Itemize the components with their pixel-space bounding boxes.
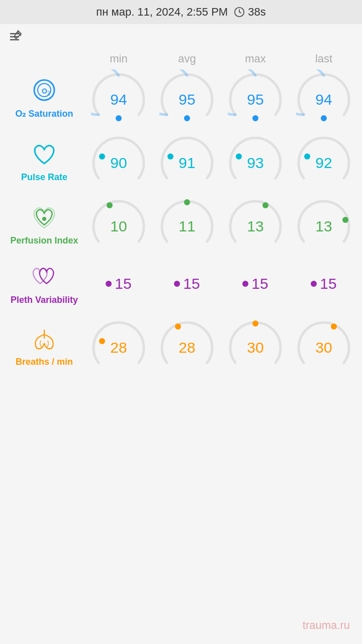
col-min: min: [84, 52, 153, 65]
perfusion-min-cell: 10: [84, 196, 153, 252]
svg-text:2: 2: [47, 91, 50, 96]
o2sat-row: O 2 O₂ Saturation 94 95: [0, 67, 362, 127]
o2sat-avg-cell: 95: [153, 69, 221, 125]
pulse-row: Pulse Rate 90 91 93: [0, 131, 362, 190]
o2sat-last-cell: 94: [290, 69, 358, 125]
o2sat-max-value: 95: [247, 91, 263, 108]
perfusion-avg-cell: 11: [153, 196, 221, 252]
pleth-name: Pleth Variability: [11, 295, 78, 305]
status-bar: пн мар. 11, 2024, 2:55 PM 38s: [0, 0, 362, 24]
svg-point-14: [99, 153, 105, 159]
o2sat-icon: O 2: [29, 75, 59, 105]
timer-display: 38s: [234, 6, 265, 19]
column-headers: min avg max last: [0, 52, 362, 65]
breaths-row: Breaths / min 28 28 30: [0, 315, 362, 375]
pleth-min-value: 15: [115, 275, 131, 292]
svg-text:O: O: [42, 87, 47, 95]
svg-point-25: [252, 320, 258, 327]
perfusion-last-value: 13: [315, 218, 332, 235]
breaths-last-cell: 30: [290, 317, 358, 373]
svg-point-11: [184, 115, 190, 121]
o2sat-max-cell: 95: [221, 69, 290, 125]
perfusion-avg-value: 11: [178, 218, 195, 235]
svg-point-16: [236, 153, 242, 159]
breaths-max-value: 30: [247, 339, 263, 356]
svg-point-19: [107, 202, 113, 208]
o2sat-min-cell: 94: [84, 69, 153, 125]
pulse-avg-value: 91: [178, 154, 195, 172]
col-avg: avg: [153, 52, 221, 65]
perfusion-max-cell: 13: [221, 196, 290, 252]
perfusion-row: Perfusion Index 10 11 13: [0, 194, 362, 254]
o2sat-last-value: 94: [315, 91, 332, 108]
datetime-label: пн мар. 11, 2024, 2:55 PM: [96, 6, 228, 19]
breaths-min-value: 28: [110, 339, 127, 356]
svg-point-15: [167, 153, 173, 159]
pleth-last-dot: [311, 281, 317, 287]
pleth-row: Pleth Variability 15 15 15 15: [0, 260, 362, 307]
pulse-max-value: 93: [247, 154, 263, 172]
breaths-max-cell: 30: [221, 317, 290, 373]
pulse-name: Pulse Rate: [21, 172, 67, 183]
watermark: trauma.ru: [303, 619, 350, 632]
perfusion-name: Perfusion Index: [10, 235, 78, 246]
pleth-max-value: 15: [251, 275, 268, 292]
pleth-min-cell: 15: [84, 275, 153, 292]
perfusion-label: Perfusion Index: [4, 202, 84, 246]
svg-point-12: [252, 115, 258, 121]
pulse-min-cell: 90: [84, 133, 153, 188]
svg-point-22: [342, 217, 348, 223]
svg-point-18: [42, 217, 46, 221]
breaths-avg-value: 28: [178, 339, 195, 356]
breaths-label: Breaths / min: [4, 324, 84, 367]
svg-point-13: [321, 115, 327, 121]
pulse-label: Pulse Rate: [4, 139, 84, 183]
o2sat-label: O 2 O₂ Saturation: [4, 75, 84, 119]
pleth-min-dot: [106, 281, 112, 287]
pulse-last-value: 92: [315, 154, 332, 172]
svg-point-10: [116, 115, 122, 121]
pleth-avg-value: 15: [183, 275, 200, 292]
pleth-last-value: 15: [320, 275, 336, 292]
o2sat-min-value: 94: [110, 91, 127, 108]
col-last: last: [290, 52, 358, 65]
pleth-avg-cell: 15: [153, 275, 221, 292]
svg-point-17: [304, 153, 310, 159]
breaths-min-cell: 28: [84, 317, 153, 373]
o2sat-name: O₂ Saturation: [15, 108, 73, 119]
breaths-name: Breaths / min: [16, 357, 73, 367]
pulse-last-cell: 92: [290, 133, 358, 188]
col-max: max: [221, 52, 290, 65]
pleth-label: Pleth Variability: [4, 262, 84, 305]
o2sat-avg-value: 95: [178, 91, 195, 108]
breaths-icon: [29, 324, 59, 354]
pleth-icon: [29, 262, 59, 292]
pulse-avg-cell: 91: [153, 133, 221, 188]
pulse-max-cell: 93: [221, 133, 290, 188]
svg-point-26: [331, 324, 337, 330]
pleth-max-dot: [242, 281, 248, 287]
perfusion-last-cell: 13: [290, 196, 358, 252]
pleth-max-cell: 15: [221, 275, 290, 292]
svg-point-20: [184, 199, 190, 205]
perfusion-icon: [29, 202, 59, 232]
menu-edit-icon[interactable]: [8, 30, 22, 47]
timer-value: 38s: [248, 6, 265, 19]
svg-point-21: [262, 202, 268, 208]
toolbar: [0, 24, 362, 52]
pulse-min-value: 90: [110, 154, 127, 172]
pleth-avg-dot: [174, 281, 180, 287]
breaths-avg-cell: 28: [153, 317, 221, 373]
pulse-icon: [29, 139, 59, 169]
svg-point-24: [175, 324, 181, 330]
perfusion-min-value: 10: [110, 218, 127, 235]
perfusion-max-value: 13: [247, 218, 263, 235]
svg-point-23: [99, 338, 105, 344]
pleth-last-cell: 15: [290, 275, 358, 292]
breaths-last-value: 30: [315, 339, 332, 356]
